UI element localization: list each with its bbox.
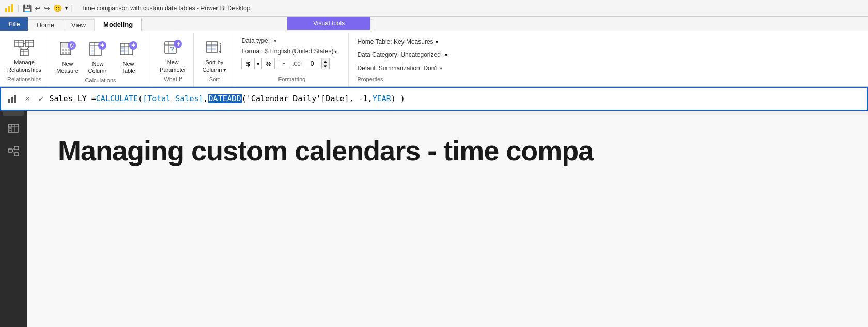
dropdown-arrow-icon[interactable]: ▾ (65, 5, 68, 11)
svg-marker-56 (219, 43, 221, 45)
svg-rect-6 (25, 40, 34, 47)
svg-rect-52 (207, 46, 211, 47)
sort-by-column-button[interactable]: Sort byColumn ▾ (199, 36, 229, 76)
home-table-dropdown[interactable]: ▾ (436, 39, 438, 45)
left-sidebar (0, 91, 27, 327)
home-table-row: Home Table: Key Measures ▾ (357, 38, 860, 46)
data-category-row: Data Category: Uncategorized ▾ (357, 50, 860, 59)
currency-button[interactable]: $ (241, 58, 255, 69)
data-type-label: Data type: (241, 37, 270, 44)
formula-part-year: YEAR (373, 94, 391, 103)
sidebar-data-icon[interactable] (3, 118, 24, 139)
formula-cancel-button[interactable]: × (23, 94, 33, 105)
svg-rect-72 (14, 146, 19, 150)
section-whatif: ? ✦ NewParameter What If (152, 33, 194, 86)
svg-text:✦: ✦ (176, 41, 180, 47)
svg-rect-17 (62, 49, 64, 51)
formula-confirm-button[interactable]: ✓ (36, 94, 47, 104)
formula-part-calendar: 'Calendar Daily'[Date] (246, 94, 349, 103)
percent-button[interactable]: % (261, 58, 275, 69)
new-measure-button[interactable]: fx NewMeasure (53, 37, 82, 77)
svg-rect-61 (14, 95, 16, 103)
svg-rect-71 (8, 149, 12, 152)
svg-rect-0 (5, 8, 7, 12)
data-category-dropdown[interactable]: ▾ (445, 52, 447, 58)
sidebar-model-icon[interactable] (3, 141, 24, 161)
format-dropdown-arrow[interactable]: ▾ (334, 49, 337, 54)
manage-relationships-button[interactable]: ManageRelationships (4, 36, 44, 76)
svg-rect-69 (9, 127, 11, 129)
home-table-label: Home Table: Key Measures (357, 38, 433, 46)
manage-relationships-label: ManageRelationships (7, 58, 41, 73)
new-column-button[interactable]: + NewColumn (84, 37, 112, 77)
tab-modeling[interactable]: Modeling (95, 18, 142, 31)
svg-rect-2 (11, 4, 13, 12)
svg-rect-1 (8, 6, 10, 12)
relationships-section-label: Relationships (7, 76, 41, 84)
sort-section-label: Sort (209, 76, 220, 84)
new-measure-label: NewMeasure (56, 60, 79, 75)
formatting-section-label: Formatting (241, 76, 342, 84)
svg-text:+: + (131, 41, 135, 49)
smiley-icon[interactable]: 🙂 (53, 4, 62, 12)
svg-rect-22 (68, 52, 70, 54)
svg-rect-29 (91, 50, 94, 52)
format-controls-row: $ ▾ % · .00 ▲ ▼ (241, 58, 342, 69)
tab-view[interactable]: View (63, 19, 95, 31)
main-heading: Managing custom calendars - time compa (58, 136, 593, 166)
whatif-section-label: What If (164, 76, 182, 84)
tab-visual-tools[interactable]: Visual tools (287, 17, 370, 30)
calculations-section-label: Calculations (53, 77, 148, 85)
svg-line-75 (12, 151, 14, 154)
svg-text:fx: fx (70, 43, 74, 49)
main-content: Managing custom calendars - time compa (27, 115, 868, 327)
default-summarization-row: Default Summarization: Don't s (357, 63, 860, 72)
new-table-button[interactable]: + NewTable (114, 37, 143, 77)
svg-text:?: ? (170, 45, 174, 53)
separator-button[interactable]: · (277, 58, 290, 69)
svg-line-14 (26, 47, 29, 50)
formula-input-area[interactable]: Sales LY = CALCULATE ( [Total Sales] , D… (50, 94, 863, 103)
format-label: Format: (241, 48, 262, 55)
title-bar: | 💾 ↩ ↪ 🙂 ▾ | Time comparison with custo… (0, 0, 868, 17)
format-row: Format: $ English (United States) ▾ (241, 48, 342, 55)
data-type-row: Data type: ▾ (241, 37, 342, 44)
currency-dropdown[interactable]: ▾ (257, 61, 259, 67)
svg-rect-30 (91, 53, 94, 55)
powerbi-logo-icon (4, 3, 14, 13)
svg-rect-70 (9, 130, 11, 131)
decimals-input[interactable] (303, 58, 321, 69)
tb-sep-1: | (18, 4, 20, 13)
svg-rect-10 (20, 50, 28, 56)
new-table-label: NewTable (121, 60, 135, 75)
svg-rect-21 (65, 52, 67, 54)
section-relationships: ManageRelationships Relationships (0, 33, 49, 86)
formula-part-dateadd: DATEADD (208, 94, 242, 103)
decimals-down-button[interactable]: ▼ (321, 64, 330, 69)
formula-part-name: Sales LY = (50, 94, 96, 103)
chart-bar-icon (5, 92, 20, 106)
svg-line-13 (19, 47, 22, 50)
sort-by-column-label: Sort byColumn ▾ (202, 58, 226, 73)
svg-marker-58 (219, 51, 221, 53)
data-type-dropdown-arrow[interactable]: ▾ (274, 38, 277, 44)
svg-rect-20 (62, 52, 64, 54)
new-column-label: NewColumn (88, 60, 108, 75)
svg-rect-18 (65, 49, 67, 51)
decimals-label: .00 (292, 61, 300, 67)
new-parameter-button[interactable]: ? ✦ NewParameter (157, 36, 189, 76)
decimals-up-button[interactable]: ▲ (321, 58, 330, 64)
undo-icon[interactable]: ↩ (35, 4, 41, 12)
svg-rect-3 (15, 40, 23, 47)
tab-file[interactable]: File (0, 17, 28, 31)
svg-rect-40 (125, 50, 128, 52)
tab-home[interactable]: Home (28, 19, 63, 31)
formula-part-paren1: ( (138, 94, 143, 103)
save-icon[interactable]: 💾 (23, 4, 32, 12)
svg-rect-37 (121, 47, 124, 49)
redo-icon[interactable]: ↪ (44, 4, 50, 12)
format-value[interactable]: $ English (United States) ▾ (265, 48, 337, 55)
ribbon: ManageRelationships Relationships (0, 31, 868, 87)
section-formatting: Data type: ▾ Format: $ English (United S… (235, 33, 349, 86)
formula-part-comma1: , (204, 94, 208, 103)
